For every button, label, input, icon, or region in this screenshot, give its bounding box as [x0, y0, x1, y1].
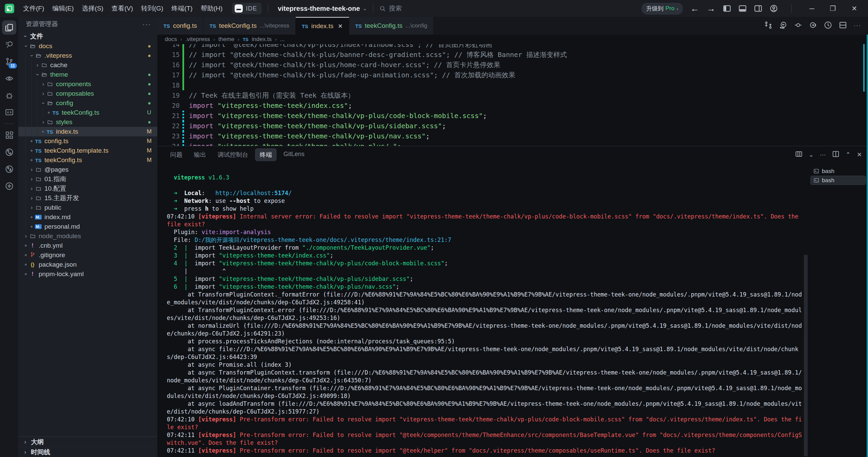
- search-box[interactable]: 搜索: [379, 4, 402, 13]
- app-logo-icon[interactable]: [5, 4, 14, 13]
- more-actions-icon[interactable]: ···: [854, 23, 861, 29]
- terminal-scrollbar[interactable]: [804, 255, 808, 456]
- indent-guide: [25, 117, 26, 127]
- breadcrumb-item[interactable]: theme: [218, 36, 234, 43]
- tree-item[interactable]: ›10.配置: [18, 184, 157, 193]
- extensions-icon[interactable]: [2, 128, 16, 142]
- tree-item[interactable]: ›15.主题开发: [18, 193, 157, 203]
- tree-item[interactable]: {}package.json: [18, 260, 157, 269]
- toggle-panel-icon[interactable]: [738, 4, 747, 13]
- toggle-right-sidebar-icon[interactable]: [754, 4, 762, 13]
- tree-item[interactable]: TSteekConfig.tsM: [18, 155, 157, 165]
- editor-tab[interactable]: TSindex.ts✕: [296, 17, 349, 35]
- tree-item[interactable]: !pnpm-lock.yaml: [18, 269, 157, 279]
- project-switcher[interactable]: vitepress-theme-teek-one ⌄: [278, 5, 367, 13]
- tree-item[interactable]: M↓personal.md: [18, 222, 157, 231]
- menu-item[interactable]: 帮助(H): [197, 2, 226, 15]
- toggle-sidebar-icon[interactable]: [723, 4, 731, 13]
- menu-item[interactable]: 编辑(E): [49, 2, 77, 15]
- commit-icon[interactable]: [794, 21, 802, 31]
- more-actions-icon[interactable]: ···: [820, 151, 826, 158]
- tree-item[interactable]: ›config: [18, 98, 157, 108]
- files-section-header[interactable]: › 文件: [18, 31, 157, 41]
- panel-tab-GitLens[interactable]: GitLens: [279, 148, 309, 161]
- tree-item[interactable]: ›.vitepress: [18, 51, 157, 60]
- tree-item[interactable]: ›node_modules: [18, 231, 157, 241]
- security-bug-icon[interactable]: [2, 88, 16, 102]
- restore-icon[interactable]: ❐: [826, 4, 840, 13]
- chevron-icon: ›: [29, 53, 35, 59]
- tree-item[interactable]: ›composables: [18, 89, 157, 98]
- code-editor[interactable]: 14// import "@teek/theme-chalk/vp-plus/i…: [157, 44, 868, 146]
- tree-item[interactable]: M↓index.md: [18, 212, 157, 222]
- ide-mode-badge[interactable]: IDE: [232, 3, 262, 14]
- breadcrumb-item[interactable]: index.ts: [252, 36, 272, 43]
- maximize-panel-icon[interactable]: ⌃: [846, 151, 851, 158]
- explorer-icon[interactable]: [2, 20, 16, 35]
- tree-item[interactable]: ›theme: [18, 70, 157, 79]
- incoming-changes-icon[interactable]: [779, 21, 787, 31]
- tree-item[interactable]: TSconfig.tsM: [18, 136, 157, 146]
- tree-item[interactable]: !.cnb.yml: [18, 241, 157, 250]
- repo-settings-icon[interactable]: [2, 179, 16, 193]
- timeline-section[interactable]: › 时间线: [18, 447, 157, 457]
- editor-tab[interactable]: TSconfig.ts: [157, 17, 203, 35]
- split-editor-icon[interactable]: [839, 21, 847, 31]
- panel-tab-输出[interactable]: 输出: [189, 148, 211, 161]
- breadcrumb-item[interactable]: ...: [280, 36, 285, 43]
- upgrade-pro-button[interactable]: 升级到 Pro ›: [642, 3, 683, 15]
- tree-item[interactable]: .gitignore: [18, 250, 157, 260]
- indent-guide: [25, 79, 26, 89]
- file-history-icon[interactable]: [824, 21, 832, 31]
- terminal-list-item[interactable]: bash: [810, 176, 866, 185]
- close-window-icon[interactable]: ✕: [847, 4, 861, 13]
- chevron-down-icon[interactable]: ⌄: [809, 151, 814, 158]
- panel-tab-调试控制台[interactable]: 调试控制台: [213, 148, 253, 161]
- menu-item[interactable]: 查看(V): [108, 2, 136, 15]
- menu-item[interactable]: 选择(S): [79, 2, 107, 15]
- breadcrumb[interactable]: docs›.vitepress›theme›TSindex.ts›...: [157, 35, 868, 44]
- forward-icon[interactable]: →: [707, 4, 715, 13]
- panel-tab-终端[interactable]: 终端: [255, 148, 277, 161]
- tree-item[interactable]: ›01.指南: [18, 174, 157, 184]
- breadcrumb-item[interactable]: .vitepress: [185, 36, 210, 43]
- minimize-icon[interactable]: ─: [805, 5, 818, 13]
- outgoing-changes-icon[interactable]: [809, 21, 817, 31]
- preview-eye-icon[interactable]: [2, 71, 16, 85]
- terminal-output[interactable]: vitepress v1.6.3 ➜ Local: http://localho…: [157, 163, 808, 457]
- editor-tab[interactable]: TSteekConfig.ts...\vitepress: [203, 17, 296, 35]
- explorer-more-icon[interactable]: ···: [142, 20, 151, 28]
- panel-views-icon[interactable]: [795, 150, 803, 159]
- tree-item[interactable]: ›components: [18, 79, 157, 89]
- tree-item[interactable]: TSindex.tsM: [18, 127, 157, 136]
- outline-section[interactable]: › 大纲: [18, 437, 157, 447]
- tree-item[interactable]: ›styles: [18, 117, 157, 127]
- terminal-list-item[interactable]: bash: [810, 167, 866, 176]
- tree-item[interactable]: ›cache: [18, 60, 157, 70]
- editor-tab[interactable]: TSteekConfig.ts...\config: [349, 17, 434, 35]
- menu-item[interactable]: 文件(F): [20, 2, 47, 15]
- account-icon[interactable]: [770, 4, 778, 13]
- back-icon[interactable]: ←: [690, 4, 699, 13]
- breadcrumb-item[interactable]: docs: [165, 36, 177, 43]
- git-remote-icon[interactable]: [2, 162, 16, 176]
- tree-item[interactable]: ›@pages: [18, 165, 157, 174]
- split-panel-icon[interactable]: [832, 150, 840, 159]
- close-tab-icon[interactable]: ✕: [338, 23, 343, 30]
- tree-item[interactable]: TSteekConfig.tsU: [18, 108, 157, 117]
- file-dot-icon: [25, 273, 27, 275]
- git-graph-icon[interactable]: [2, 145, 16, 159]
- menu-item[interactable]: 终端(T): [168, 2, 196, 15]
- tree-item[interactable]: TSteekConfig.template.tsM: [18, 146, 157, 155]
- tree-item[interactable]: ›docs: [18, 41, 157, 51]
- search-icon[interactable]: [2, 37, 16, 52]
- close-panel-icon[interactable]: ✕: [857, 151, 862, 158]
- menu-item[interactable]: 转到(G): [138, 2, 166, 15]
- indent-guide: [25, 136, 26, 146]
- git-compare-icon[interactable]: [764, 21, 772, 31]
- panel-tab-问题[interactable]: 问题: [165, 148, 187, 161]
- code-window-icon[interactable]: [2, 105, 16, 119]
- source-control-icon[interactable]: 11: [2, 54, 16, 69]
- tree-item-label: cache: [50, 61, 67, 69]
- tree-item[interactable]: ›public: [18, 203, 157, 212]
